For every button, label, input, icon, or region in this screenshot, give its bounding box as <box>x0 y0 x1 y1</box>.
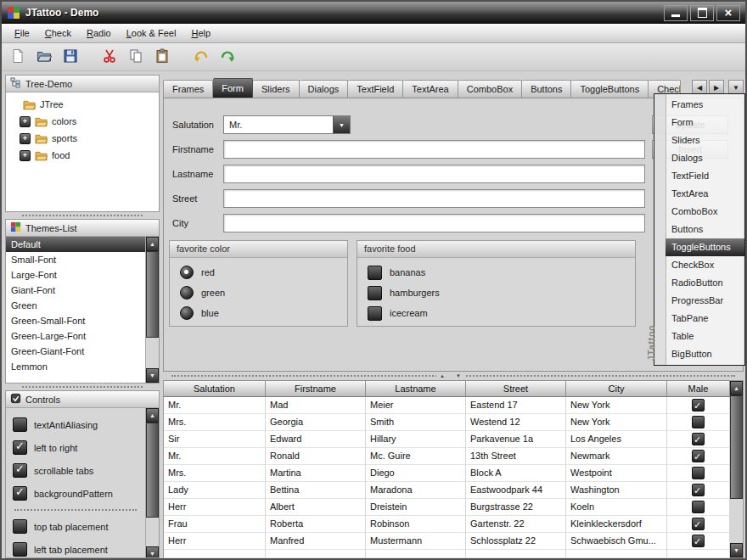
theme-item[interactable]: Green-Giant-Font <box>6 344 145 359</box>
table-row[interactable]: Herr Manfred Mustermann Schlossplatz 22 … <box>164 533 730 550</box>
checkbox-bananas[interactable]: bananas <box>357 262 635 283</box>
cell-city[interactable]: Schwaebisch Gmu... <box>566 533 667 550</box>
cell-salutation[interactable]: Herr <box>164 499 266 516</box>
checkbox-icon[interactable] <box>13 486 27 501</box>
table-row[interactable]: Mr. Ronald Mc. Guire 13th Street Newmark <box>164 448 730 465</box>
checkbox-icon[interactable] <box>13 440 27 455</box>
maximize-button[interactable] <box>690 5 714 21</box>
male-checkbox[interactable] <box>692 467 705 479</box>
radio-icon[interactable] <box>180 266 194 279</box>
cell-male[interactable] <box>667 499 730 516</box>
new-button[interactable] <box>7 46 29 68</box>
panel-splitter[interactable] <box>5 212 160 219</box>
cell-street[interactable]: Schlossplatz 22 <box>466 533 566 550</box>
cut-button[interactable] <box>98 46 121 68</box>
male-checkbox[interactable] <box>692 518 705 530</box>
cell-street[interactable]: 13th Street <box>466 448 566 465</box>
salutation-combobox[interactable]: Mr. ▼ <box>223 115 351 134</box>
cell-salutation[interactable]: Lady <box>164 482 266 499</box>
cell-male[interactable] <box>667 448 730 465</box>
male-checkbox[interactable] <box>692 501 705 513</box>
cell-street[interactable]: Block A <box>466 465 566 482</box>
cell-salutation[interactable]: Mr. <box>164 397 266 414</box>
cell-lastname[interactable]: Dreistein <box>366 499 466 516</box>
scrollbar-track[interactable] <box>146 423 159 546</box>
titlebar[interactable]: JTattoo - Demo × <box>2 2 745 24</box>
scroll-up-icon[interactable]: ▲ <box>146 408 159 423</box>
scroll-up-icon[interactable]: ▲ <box>730 381 743 395</box>
cell-street[interactable]: Burgstrasse 22 <box>466 499 566 516</box>
theme-item[interactable]: Large-Font <box>6 267 145 283</box>
male-checkbox[interactable] <box>692 535 705 547</box>
scrollbar-thumb[interactable] <box>730 395 743 499</box>
checkbox-icon[interactable] <box>13 542 27 557</box>
minimize-button[interactable] <box>664 5 688 21</box>
close-button[interactable]: × <box>716 5 740 21</box>
cell-street[interactable]: Gartenstr. 22 <box>466 516 566 533</box>
table-scrollbar[interactable]: ▲ ▼ <box>730 380 744 558</box>
city-field[interactable] <box>223 214 645 232</box>
popup-item-tabpane[interactable]: TabPane <box>666 310 744 328</box>
cell-city[interactable]: Los Angeles <box>566 431 667 448</box>
scrollbar-track[interactable] <box>730 395 743 543</box>
firstname-field[interactable] <box>223 140 645 159</box>
checkbox-icon[interactable] <box>13 519 27 534</box>
cell-salutation[interactable]: Herr <box>164 533 266 550</box>
theme-item[interactable]: Lemmon <box>6 359 145 374</box>
male-checkbox[interactable] <box>692 484 705 496</box>
checkbox-icon[interactable] <box>368 306 382 321</box>
horizontal-splitter[interactable]: ▲ ▼ <box>163 372 744 380</box>
tree-node-root[interactable]: JTree <box>6 96 159 113</box>
popup-item-togglebuttons[interactable]: ToggleButtons <box>666 238 744 256</box>
cell-firstname[interactable]: Mad <box>266 397 366 414</box>
cell-firstname[interactable]: Edward <box>266 431 366 448</box>
table-row[interactable]: Frau Roberta Robinson Gartenstr. 22 Klei… <box>164 516 730 533</box>
cell-street[interactable]: Eastwoodpark 44 <box>466 482 566 499</box>
checkbox-icecream[interactable]: icecream <box>357 303 635 323</box>
cell-lastname[interactable]: Mustermann <box>366 533 466 550</box>
radio-blue[interactable]: blue <box>170 303 347 323</box>
male-checkbox[interactable] <box>692 399 705 412</box>
paste-button[interactable] <box>151 46 173 68</box>
open-button[interactable] <box>33 46 55 68</box>
tree-node-colors[interactable]: colors <box>6 113 159 130</box>
cell-male[interactable] <box>667 516 730 533</box>
popup-item-combobox[interactable]: ComboBox <box>666 203 744 221</box>
column-header-street[interactable]: Street <box>466 380 566 397</box>
popup-item-frames[interactable]: Frames <box>666 96 744 114</box>
cell-firstname[interactable]: Martina <box>266 465 366 482</box>
popup-item-textarea[interactable]: TextArea <box>666 185 744 203</box>
cell-city[interactable]: Westpoint <box>566 465 667 482</box>
column-header-salutation[interactable]: Salutation <box>164 380 266 397</box>
theme-item[interactable]: Green <box>6 298 145 313</box>
cell-lastname[interactable]: Mc. Guire <box>366 448 466 465</box>
male-checkbox[interactable] <box>692 433 705 445</box>
themes-scrollbar[interactable]: ▲ ▼ <box>145 237 159 383</box>
cell-lastname[interactable]: Diego <box>366 465 466 482</box>
table-row[interactable]: Sir Edward Hillary Parkavenue 1a Los Ang… <box>164 431 730 448</box>
cell-city[interactable]: New York <box>566 414 667 431</box>
control-scrollable-tabs[interactable]: scrollable tabs <box>6 459 145 482</box>
radio-icon[interactable] <box>180 286 194 300</box>
table-row[interactable]: Mrs. Martina Diego Block A Westpoint <box>164 465 730 482</box>
checkbox-icon[interactable] <box>368 286 382 300</box>
cell-firstname[interactable]: Roberta <box>266 516 366 533</box>
panel-splitter[interactable] <box>5 384 160 390</box>
cell-lastname[interactable]: Smith <box>366 414 466 431</box>
cell-salutation[interactable]: Frau <box>164 516 266 533</box>
cell-salutation[interactable]: Mr. <box>164 448 266 465</box>
tree-node-food[interactable]: food <box>6 147 159 164</box>
tab-form[interactable]: Form <box>213 78 253 98</box>
menu-help[interactable]: Help <box>183 24 218 42</box>
cell-male[interactable] <box>667 431 730 448</box>
cell-city[interactable]: New York <box>566 397 667 414</box>
scrollbar-thumb[interactable] <box>146 251 159 338</box>
cell-firstname[interactable]: Albert <box>266 499 366 516</box>
theme-item[interactable]: Giant-Font <box>6 283 145 298</box>
theme-item[interactable]: Default <box>6 237 145 252</box>
lastname-field[interactable] <box>223 165 645 183</box>
popup-item-radiobutton[interactable]: RadioButton <box>666 274 744 292</box>
column-header-city[interactable]: City <box>566 380 667 397</box>
theme-item[interactable]: Green-Small-Font <box>6 313 145 328</box>
menu-radio[interactable]: Radio <box>79 24 119 42</box>
